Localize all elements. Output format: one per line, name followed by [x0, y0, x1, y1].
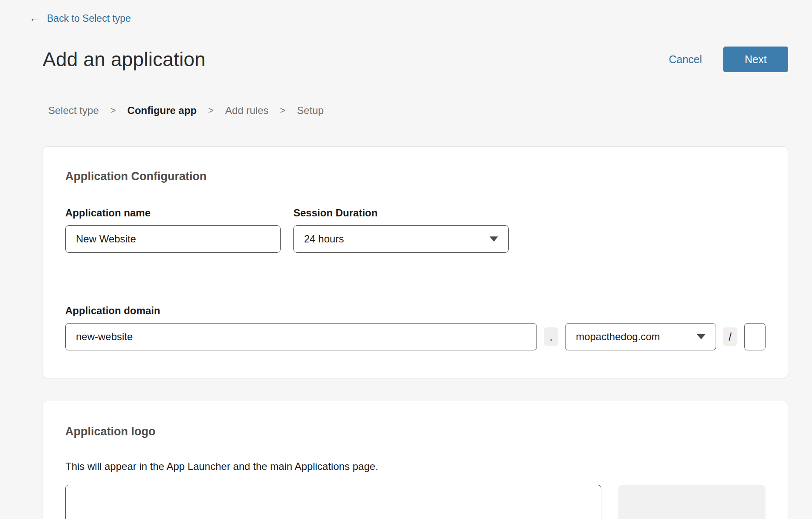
subdomain-input[interactable]: [65, 323, 537, 350]
application-name-input[interactable]: [65, 225, 281, 253]
next-button[interactable]: Next: [723, 47, 788, 72]
step-add-rules: Add rules: [225, 105, 268, 117]
chevron-down-icon: [697, 334, 705, 339]
application-configuration-card: Application Configuration Application na…: [43, 146, 788, 378]
session-duration-select[interactable]: 24 hours: [293, 225, 509, 253]
name-session-row: Application name Session Duration 24 hou…: [65, 207, 766, 253]
step-separator: >: [110, 105, 116, 116]
logo-row: [65, 485, 766, 519]
back-to-select-type-link[interactable]: ← Back to Select type: [29, 13, 131, 24]
logo-upload-box[interactable]: [618, 485, 766, 519]
back-row: ← Back to Select type: [0, 0, 812, 24]
slash-separator-badge: /: [723, 327, 737, 346]
page-header: Add an application Cancel Next: [43, 47, 788, 72]
session-duration-value: 24 hours: [304, 233, 344, 245]
domain-select-value: mopacthedog.com: [576, 331, 660, 343]
wizard-steps: Select type > Configure app > Add rules …: [48, 105, 812, 117]
step-separator: >: [280, 105, 286, 116]
domain-select[interactable]: mopacthedog.com: [565, 323, 716, 350]
application-domain-row: . mopacthedog.com /: [65, 323, 766, 350]
logo-description: This will appear in the App Launcher and…: [65, 461, 766, 472]
page-title: Add an application: [43, 48, 206, 71]
step-configure-app: Configure app: [128, 105, 197, 117]
application-domain-label: Application domain: [65, 305, 766, 317]
logo-url-input[interactable]: [65, 485, 601, 519]
logo-heading: Application logo: [65, 425, 766, 438]
application-name-label: Application name: [65, 207, 281, 219]
back-link-label: Back to Select type: [47, 13, 131, 24]
dot-separator-badge: .: [544, 327, 558, 346]
back-arrow-icon: ←: [29, 12, 41, 24]
chevron-down-icon: [490, 236, 498, 242]
header-actions: Cancel Next: [669, 47, 788, 72]
session-duration-label: Session Duration: [293, 207, 509, 219]
application-logo-card: Application logo This will appear in the…: [43, 401, 788, 519]
step-select-type: Select type: [48, 105, 99, 117]
configuration-heading: Application Configuration: [65, 170, 766, 183]
step-setup: Setup: [297, 105, 324, 117]
path-input[interactable]: [744, 323, 766, 350]
cancel-button[interactable]: Cancel: [669, 53, 702, 66]
application-name-field: Application name: [65, 207, 281, 253]
step-separator: >: [208, 105, 214, 116]
session-duration-field: Session Duration 24 hours: [293, 207, 509, 253]
